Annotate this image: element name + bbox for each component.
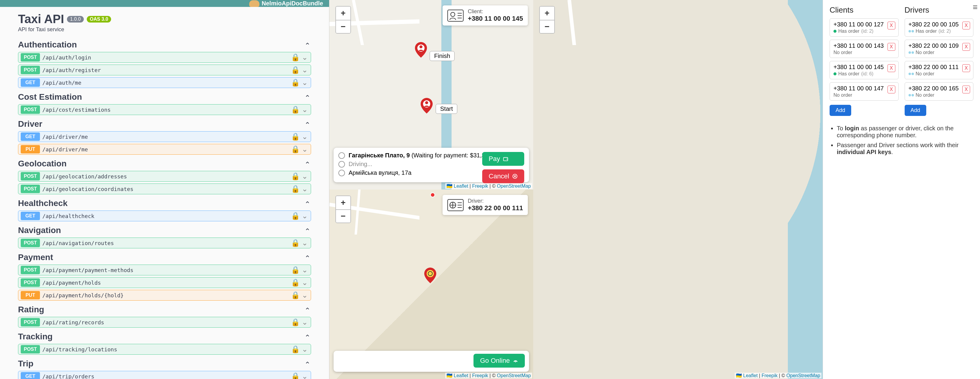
remove-button[interactable]: X xyxy=(888,64,895,72)
go-online-button[interactable]: Go Online xyxy=(474,354,525,368)
finish-pin[interactable] xyxy=(415,42,427,58)
freepik-link[interactable]: Freepik xyxy=(761,373,777,378)
map-attribution: 🇺🇦 Leaflet | Freepik | © OpenStreetMap xyxy=(735,373,821,378)
operation-row[interactable]: POST /api/geolocation/coordinates 🔒⌄ xyxy=(18,183,311,194)
client-card[interactable]: +380 11 00 00 127 Has order (id: 2) X xyxy=(830,18,899,37)
remove-button[interactable]: X xyxy=(888,43,895,51)
section-header[interactable]: Healthcheck⌃ xyxy=(18,196,311,210)
driver-card[interactable]: +380 22 00 00 165 No order X xyxy=(905,82,974,100)
svg-point-6 xyxy=(451,12,455,16)
operation-row[interactable]: GET /api/auth/me 🔒⌄ xyxy=(18,77,311,88)
operation-row[interactable]: PUT /api/payment/holds/{hold} 🔒⌄ xyxy=(18,290,311,301)
clients-column: Clients +380 11 00 00 127 Has order (id:… xyxy=(830,5,899,116)
hamburger-icon[interactable]: ≡ xyxy=(973,2,978,12)
client-card[interactable]: +380 11 00 00 147 No order X xyxy=(830,82,899,100)
remove-button[interactable]: X xyxy=(888,86,895,93)
phone-number[interactable]: +380 22 00 00 105 xyxy=(908,21,970,28)
pay-button[interactable]: Pay xyxy=(482,152,524,166)
add-driver-button[interactable]: Add xyxy=(905,105,926,116)
driver-map-panel[interactable]: + − Driver: +380 22 00 00 111 Go Online … xyxy=(329,190,533,379)
cancel-label: Cancel xyxy=(489,172,509,180)
status-text: No order xyxy=(908,92,970,98)
chevron-down-icon: ⌄ xyxy=(302,318,308,326)
section-header[interactable]: Trip⌃ xyxy=(18,357,311,371)
operation-row[interactable]: GET /api/healthcheck 🔒⌄ xyxy=(18,210,311,221)
operation-row[interactable]: POST /api/auth/login 🔒⌄ xyxy=(18,52,311,63)
section-header[interactable]: Payment⌃ xyxy=(18,250,311,264)
leaflet-link[interactable]: Leaflet xyxy=(743,373,757,378)
operation-row[interactable]: POST /api/payment/holds 🔒⌄ xyxy=(18,277,311,288)
operation-row[interactable]: POST /api/tracking/locations 🔒⌄ xyxy=(18,344,311,355)
chevron-up-icon: ⌃ xyxy=(304,254,311,261)
zoom-in-button[interactable]: + xyxy=(540,6,554,20)
client-map-panel[interactable]: + − Client: +380 11 00 00 145 Finish Sta… xyxy=(329,0,533,190)
driver-pin[interactable] xyxy=(424,268,436,283)
operation-row[interactable]: POST /api/auth/register 🔒⌄ xyxy=(18,65,311,75)
operation-path: /api/payment/holds/{hold} xyxy=(42,292,291,298)
add-client-button[interactable]: Add xyxy=(830,105,851,116)
driver-card[interactable]: +380 22 00 00 111 No order X xyxy=(905,61,974,79)
phone-number[interactable]: +380 11 00 00 127 xyxy=(834,21,895,28)
chevron-up-icon: ⌃ xyxy=(304,200,311,207)
remove-button[interactable]: X xyxy=(962,22,970,29)
operation-path: /api/payment/holds xyxy=(42,280,291,286)
client-card[interactable]: +380 11 00 00 145 Has order (id: 6) X xyxy=(830,61,899,79)
osm-link[interactable]: OpenStreetMap xyxy=(497,373,531,378)
phone-number[interactable]: +380 22 00 00 165 xyxy=(908,85,970,92)
zoom-out-button[interactable]: − xyxy=(540,20,554,33)
phone-number[interactable]: +380 11 00 00 147 xyxy=(834,85,895,92)
section-header[interactable]: Cost Estimation⌃ xyxy=(18,90,311,104)
operation-path: /api/auth/register xyxy=(42,67,291,73)
osm-link[interactable]: OpenStreetMap xyxy=(497,183,531,189)
phone-number[interactable]: +380 11 00 00 145 xyxy=(834,64,895,70)
section-title: Cost Estimation xyxy=(18,92,82,102)
chevron-down-icon: ⌄ xyxy=(302,372,308,379)
zoom-in-button[interactable]: + xyxy=(336,196,350,209)
section-header[interactable]: Navigation⌃ xyxy=(18,223,311,237)
method-badge: POST xyxy=(21,53,40,62)
client-card[interactable]: +380 11 00 00 143 No order X xyxy=(830,40,899,58)
operation-row[interactable]: POST /api/cost/estimations 🔒⌄ xyxy=(18,104,311,115)
zoom-in-button[interactable]: + xyxy=(336,6,350,20)
leaflet-link[interactable]: Leaflet xyxy=(454,183,468,189)
osm-link[interactable]: OpenStreetMap xyxy=(786,373,820,378)
section-header[interactable]: Driver⌃ xyxy=(18,117,311,131)
operation-row[interactable]: POST /api/geolocation/addresses 🔒⌄ xyxy=(18,171,311,182)
cancel-button[interactable]: Cancel xyxy=(482,169,524,183)
driver-card[interactable]: +380 22 00 00 105 Has order (id: 2) X xyxy=(905,18,974,37)
remove-button[interactable]: X xyxy=(962,43,970,51)
trip-card: Гагарінське Плато, 9 (Waiting for paymen… xyxy=(334,148,529,182)
status-dot-icon xyxy=(834,72,837,75)
section-geolocation: Geolocation⌃POST /api/geolocation/addres… xyxy=(18,156,311,194)
section-header[interactable]: Authentication⌃ xyxy=(18,38,311,52)
svg-point-32 xyxy=(515,361,516,363)
section-header[interactable]: Tracking⌃ xyxy=(18,330,311,344)
driver-phone: +380 22 00 00 111 xyxy=(468,204,523,212)
overview-map[interactable]: + − 🇺🇦 Leaflet | Freepik | © OpenStreetM… xyxy=(533,0,822,379)
operation-row[interactable]: POST /api/payment/payment-methods 🔒⌄ xyxy=(18,264,311,275)
phone-number[interactable]: +380 22 00 00 111 xyxy=(908,64,970,70)
section-payment: Payment⌃POST /api/payment/payment-method… xyxy=(18,250,311,301)
start-pin[interactable] xyxy=(421,98,433,113)
zoom-out-button[interactable]: − xyxy=(336,209,350,223)
zoom-out-button[interactable]: − xyxy=(336,20,350,33)
driver-card[interactable]: +380 22 00 00 109 No order X xyxy=(905,40,974,58)
phone-number[interactable]: +380 11 00 00 143 xyxy=(834,42,895,49)
operation-row[interactable]: PUT /api/driver/me 🔒⌄ xyxy=(18,144,311,154)
freepik-link[interactable]: Freepik xyxy=(472,183,488,189)
status-text: Has order (id: 2) xyxy=(834,29,895,34)
freepik-link[interactable]: Freepik xyxy=(472,373,488,378)
section-title: Tracking xyxy=(18,332,52,341)
leaflet-link[interactable]: Leaflet xyxy=(454,373,468,378)
section-header[interactable]: Rating⌃ xyxy=(18,303,311,317)
map-attribution: 🇺🇦 Leaflet | Freepik | © OpenStreetMap xyxy=(445,373,532,378)
section-header[interactable]: Geolocation⌃ xyxy=(18,156,311,171)
operation-row[interactable]: GET /api/driver/me 🔒⌄ xyxy=(18,131,311,142)
remove-button[interactable]: X xyxy=(888,22,895,29)
operation-row[interactable]: GET /api/trip/orders 🔒⌄ xyxy=(18,371,311,379)
remove-button[interactable]: X xyxy=(962,64,970,72)
operation-row[interactable]: POST /api/rating/records 🔒⌄ xyxy=(18,317,311,328)
operation-row[interactable]: POST /api/navigation/routes 🔒⌄ xyxy=(18,237,311,248)
remove-button[interactable]: X xyxy=(962,86,970,93)
phone-number[interactable]: +380 22 00 00 109 xyxy=(908,42,970,49)
